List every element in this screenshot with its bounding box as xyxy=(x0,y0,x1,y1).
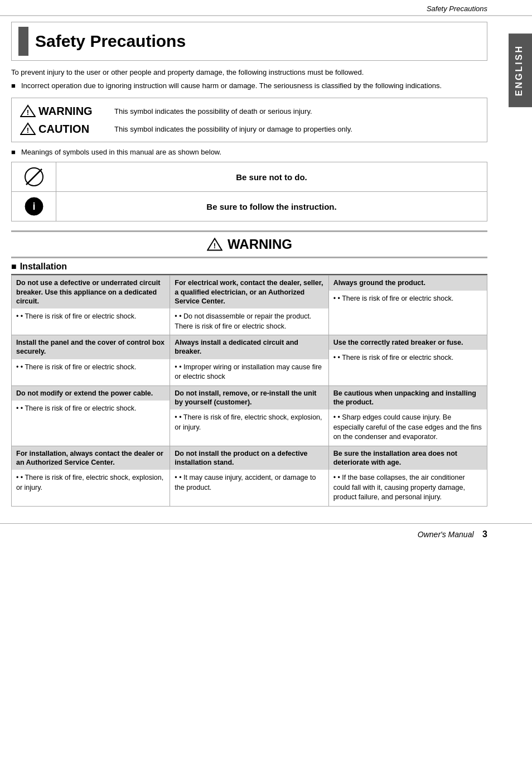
grid-cell-body-11: • If the base collapses, the air conditi… xyxy=(329,470,487,506)
grid-cell-5: Use the correctly rated breaker or fuse.… xyxy=(329,335,487,386)
grid-cell-0: Do not use a defective or underrated cir… xyxy=(12,276,170,335)
grid-cell-6: Do not modify or extend the power cable.… xyxy=(12,386,170,446)
grid-cell-1: For electrical work, contact the dealer,… xyxy=(170,276,328,335)
grid-cell-title-9: For installation, always contact the dea… xyxy=(12,446,170,470)
symbols-table: Be sure not to do. i Be sure to follow t… xyxy=(11,162,487,221)
grid-cell-body-1: • Do not disassemble or repair the produ… xyxy=(170,308,328,335)
grid-cell-title-3: Install the panel and the cover of contr… xyxy=(12,335,170,359)
header-title: Safety Precautions xyxy=(427,4,487,13)
main-content: Safety Precautions To prevent injury to … xyxy=(0,16,532,518)
caution-label: ! CAUTION xyxy=(20,122,109,136)
warning-grid: Do not use a defective or underrated cir… xyxy=(11,275,487,506)
grid-cell-body-0: • There is risk of fire or electric shoc… xyxy=(12,308,170,325)
grid-cell-body-6: • There is risk of fire or electric shoc… xyxy=(12,401,170,417)
grid-cell-title-6: Do not modify or extend the power cable. xyxy=(12,386,170,401)
warning-caution-box: ! WARNING This symbol indicates the poss… xyxy=(11,98,487,142)
footer: Owner's Manual 3 xyxy=(0,523,532,544)
big-warning-icon: ! xyxy=(206,237,223,252)
grid-cell-body-3: • There is risk of fire or electric shoc… xyxy=(12,359,170,376)
top-header: Safety Precautions xyxy=(0,0,532,16)
grid-cell-body-9: • There is risk of fire, electric shock,… xyxy=(12,470,170,496)
section-heading-installation: Installation xyxy=(11,258,487,275)
symbol-row-0: Be sure not to do. xyxy=(12,162,487,192)
page-container: Safety Precautions ENGLISH Safety Precau… xyxy=(0,0,532,781)
grid-cell-body-10: • It may cause injury, accident, or dama… xyxy=(170,470,328,496)
grid-cell-10: Do not install the product on a defectiv… xyxy=(170,446,328,507)
title-bar-decoration xyxy=(18,27,28,56)
big-warning-banner: ! WARNING xyxy=(11,230,487,258)
svg-text:!: ! xyxy=(214,242,216,250)
warning-text: WARNING xyxy=(38,105,93,118)
language-label: ENGLISH xyxy=(514,45,524,96)
symbol-row-1: i Be sure to follow the instruction. xyxy=(12,192,487,221)
grid-cell-body-7: • There is risk of fire, electric shock,… xyxy=(170,409,328,436)
grid-cell-title-0: Do not use a defective or underrated cir… xyxy=(12,276,170,308)
warning-row: ! WARNING This symbol indicates the poss… xyxy=(20,104,479,118)
caution-row: ! CAUTION This symbol indicates the poss… xyxy=(20,122,479,136)
grid-cell-body-4: • Improper wiring or installation may ca… xyxy=(170,359,328,385)
warning-description: This symbol indicates the possibility of… xyxy=(114,107,312,115)
footer-page-number: 3 xyxy=(482,529,487,539)
grid-cell-title-2: Always ground the product. xyxy=(329,276,487,290)
svg-text:i: i xyxy=(32,201,35,212)
grid-cell-3: Install the panel and the cover of contr… xyxy=(12,335,170,386)
symbols-note: Meanings of symbols used in this manual … xyxy=(11,148,487,156)
page-title: Safety Precautions xyxy=(35,32,186,51)
warning-label: ! WARNING xyxy=(20,104,109,118)
caution-text: CAUTION xyxy=(38,123,89,136)
grid-cell-9: For installation, always contact the dea… xyxy=(12,446,170,507)
grid-cell-4: Always install a dedicated circuit and b… xyxy=(170,335,328,386)
grid-cell-body-5: • There is risk of fire or electric shoc… xyxy=(329,350,487,367)
symbol-icon-no xyxy=(12,162,56,191)
grid-cell-2: Always ground the product. • There is ri… xyxy=(329,276,487,335)
grid-cell-8: Be cautious when unpacking and installin… xyxy=(329,386,487,446)
intro-text: To prevent injury to the user or other p… xyxy=(11,68,487,78)
section-heading-text: Installation xyxy=(20,262,67,272)
title-block: Safety Precautions xyxy=(11,22,487,61)
svg-text:!: ! xyxy=(27,108,29,117)
grid-cell-title-8: Be cautious when unpacking and installin… xyxy=(329,386,487,410)
right-language-tab: ENGLISH xyxy=(509,33,532,107)
symbol-text-1: Be sure to follow the instruction. xyxy=(56,192,487,221)
symbol-icon-follow: i xyxy=(12,192,56,221)
symbol-text-0: Be sure not to do. xyxy=(56,162,487,191)
big-warning-text: WARNING xyxy=(228,237,292,252)
grid-cell-title-7: Do not install, remove, or re-install th… xyxy=(170,386,328,410)
caution-triangle-icon: ! xyxy=(20,122,36,136)
svg-text:!: ! xyxy=(27,126,29,134)
grid-cell-title-1: For electrical work, contact the dealer,… xyxy=(170,276,328,308)
grid-cell-title-11: Be sure the installation area does not d… xyxy=(329,446,487,470)
grid-cell-7: Do not install, remove, or re-install th… xyxy=(170,386,328,446)
caution-description: This symbol indicates the possibility of… xyxy=(114,125,352,133)
grid-cell-title-10: Do not install the product on a defectiv… xyxy=(170,446,328,470)
grid-cell-body-8: • Sharp edges could cause injury. Be esp… xyxy=(329,409,487,446)
grid-cell-11: Be sure the installation area does not d… xyxy=(329,446,487,507)
intro-bullet: Incorrect operation due to ignoring inst… xyxy=(11,81,487,91)
warning-triangle-icon: ! xyxy=(20,104,36,118)
grid-cell-title-5: Use the correctly rated breaker or fuse. xyxy=(329,335,487,350)
svg-line-5 xyxy=(26,169,42,185)
grid-cell-title-4: Always install a dedicated circuit and b… xyxy=(170,335,328,359)
footer-label: Owner's Manual xyxy=(418,530,474,539)
grid-cell-body-2: • There is risk of fire or electric shoc… xyxy=(329,291,487,307)
